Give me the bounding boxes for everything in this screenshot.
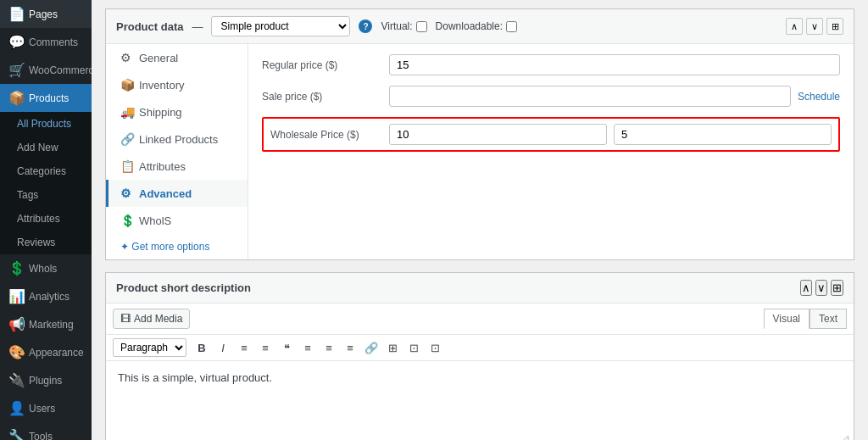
marketing-icon: 📢 <box>8 316 24 332</box>
postbox-controls: ∧ ∨ ⊞ <box>786 18 843 35</box>
regular-price-row: Regular price ($) <box>262 54 840 75</box>
sidebar-item-pages[interactable]: 📄 Pages <box>0 0 92 28</box>
appearance-icon: 🎨 <box>8 344 24 360</box>
sidebar-item-plugins[interactable]: 🔌 Plugins <box>0 366 92 394</box>
sidebar-item-whols[interactable]: 💲 Whols <box>0 254 92 282</box>
insert-table-button[interactable]: ⊞ <box>383 338 402 357</box>
align-right-button[interactable]: ≡ <box>341 338 359 357</box>
tab-shipping[interactable]: 🚚 Shipping <box>106 98 248 125</box>
link-button[interactable]: 🔗 <box>362 338 381 357</box>
sale-price-input[interactable] <box>389 86 791 107</box>
description-header: Product short description ∧ ∨ ⊞ <box>106 273 854 304</box>
tab-inventory[interactable]: 📦 Inventory <box>106 71 248 98</box>
sidebar-item-products[interactable]: 📦 Products <box>0 84 92 112</box>
sale-price-label: Sale price ($) <box>262 91 389 103</box>
visual-tab[interactable]: Visual <box>764 309 810 329</box>
main-content: Product data — Simple productGrouped pro… <box>92 0 868 440</box>
users-icon: 👤 <box>8 400 24 416</box>
collapse-up-button[interactable]: ∧ <box>786 18 803 35</box>
resize-handle[interactable]: ⊿ <box>106 429 854 440</box>
sidebar-item-comments[interactable]: 💬 Comments <box>0 28 92 56</box>
downloadable-checkbox[interactable] <box>506 21 517 32</box>
virtual-checkbox-wrapper: Virtual: <box>381 20 426 32</box>
shipping-tab-icon: 🚚 <box>120 105 134 119</box>
attributes-tab-icon: 📋 <box>120 159 134 173</box>
sidebar-item-woocommerce[interactable]: 🛒 WooCommerce <box>0 56 92 84</box>
paragraph-select[interactable]: Paragraph Heading 1 Heading 2 Heading 3 <box>113 338 186 357</box>
wholesale-price-label: Wholesale Price ($) <box>270 129 389 141</box>
product-tabs: ⚙ General 📦 Inventory 🚚 Shipping 🔗 Linke… <box>106 44 248 259</box>
align-left-button[interactable]: ≡ <box>298 338 317 357</box>
submenu-add-new[interactable]: Add New <box>0 136 92 159</box>
help-icon[interactable]: ? <box>359 19 372 33</box>
linked-tab-icon: 🔗 <box>120 132 134 146</box>
product-type-select[interactable]: Simple productGrouped productExternal/Af… <box>211 16 350 36</box>
add-media-button[interactable]: 🎞 Add Media <box>113 309 190 329</box>
sale-price-row: Sale price ($) Schedule <box>262 86 840 107</box>
editor-body[interactable]: This is a simple, virtual product. <box>106 361 854 429</box>
sidebar-item-tools[interactable]: 🔧 Tools <box>0 422 92 440</box>
submenu-attributes[interactable]: Attributes <box>0 207 92 231</box>
text-tab[interactable]: Text <box>810 309 847 329</box>
unordered-list-button[interactable]: ≡ <box>235 338 253 357</box>
woocommerce-icon: 🛒 <box>8 62 24 78</box>
sidebar: 📄 Pages 💬 Comments 🛒 WooCommerce 📦 Produ… <box>0 0 92 440</box>
products-submenu: All Products Add New Categories Tags Att… <box>0 112 92 254</box>
add-media-icon: 🎞 <box>120 313 131 325</box>
bold-button[interactable]: B <box>192 338 211 357</box>
tab-get-more[interactable]: ✦ Get more options <box>106 234 248 259</box>
wholesale-price-row: Wholesale Price ($) <box>262 117 840 152</box>
collapse-down-button[interactable]: ∨ <box>806 18 823 35</box>
product-data-title: Product data <box>116 20 183 33</box>
tab-attributes[interactable]: 📋 Attributes <box>106 153 248 180</box>
desc-collapse-down[interactable]: ∨ <box>815 280 827 296</box>
wholesale-price-input-2[interactable] <box>614 124 832 145</box>
analytics-icon: 📊 <box>8 288 24 304</box>
wholesale-price-input-1[interactable] <box>389 124 607 145</box>
schedule-link[interactable]: Schedule <box>798 91 840 103</box>
horizontal-rule-button[interactable]: ⊡ <box>404 338 423 357</box>
pages-icon: 📄 <box>8 6 24 22</box>
align-center-button[interactable]: ≡ <box>320 338 338 357</box>
expand-button[interactable]: ⊞ <box>826 18 843 35</box>
tools-icon: 🔧 <box>8 428 24 440</box>
tab-linked-products[interactable]: 🔗 Linked Products <box>106 125 248 153</box>
submenu-reviews[interactable]: Reviews <box>0 231 92 254</box>
sidebar-item-marketing[interactable]: 📢 Marketing <box>0 310 92 338</box>
fullscreen-button[interactable]: ⊡ <box>426 338 444 357</box>
submenu-tags[interactable]: Tags <box>0 183 92 207</box>
desc-expand[interactable]: ⊞ <box>831 280 843 296</box>
tab-general[interactable]: ⚙ General <box>106 44 248 71</box>
products-icon: 📦 <box>8 90 24 106</box>
sidebar-item-users[interactable]: 👤 Users <box>0 394 92 422</box>
description-box: Product short description ∧ ∨ ⊞ 🎞 Add Me… <box>105 272 854 440</box>
desc-collapse-up[interactable]: ∧ <box>800 280 812 296</box>
regular-price-label: Regular price ($) <box>262 59 389 71</box>
editor-view-tabs: Visual Text <box>764 309 847 329</box>
desc-controls: ∧ ∨ ⊞ <box>800 280 843 296</box>
downloadable-checkbox-wrapper: Downloadable: <box>436 20 517 32</box>
product-data-box: Product data — Simple productGrouped pro… <box>105 8 854 260</box>
sidebar-item-analytics[interactable]: 📊 Analytics <box>0 282 92 310</box>
tab-whols[interactable]: 💲 WholS <box>106 207 248 234</box>
advanced-tab-icon: ⚙ <box>120 187 134 200</box>
tab-advanced[interactable]: ⚙ Advanced <box>106 180 248 207</box>
product-data-header: Product data — Simple productGrouped pro… <box>106 9 854 44</box>
blockquote-button[interactable]: ❝ <box>277 338 296 357</box>
regular-price-input-wrapper <box>389 54 840 75</box>
italic-button[interactable]: I <box>214 338 232 357</box>
sidebar-item-appearance[interactable]: 🎨 Appearance <box>0 338 92 366</box>
description-title: Product short description <box>116 281 800 294</box>
wholesale-inputs <box>389 124 832 145</box>
submenu-categories[interactable]: Categories <box>0 159 92 183</box>
tab-content-area: Regular price ($) Sale price ($) Schedul… <box>248 44 854 259</box>
format-bar: Paragraph Heading 1 Heading 2 Heading 3 … <box>106 335 854 361</box>
plugins-icon: 🔌 <box>8 372 24 388</box>
editor-toolbar: 🎞 Add Media Visual Text <box>106 304 854 335</box>
regular-price-input[interactable] <box>389 54 840 75</box>
ordered-list-button[interactable]: ≡ <box>256 338 275 357</box>
sale-price-input-wrapper: Schedule <box>389 86 840 107</box>
virtual-checkbox[interactable] <box>416 21 427 32</box>
whols-tab-icon: 💲 <box>120 214 134 227</box>
submenu-all-products[interactable]: All Products <box>0 112 92 136</box>
